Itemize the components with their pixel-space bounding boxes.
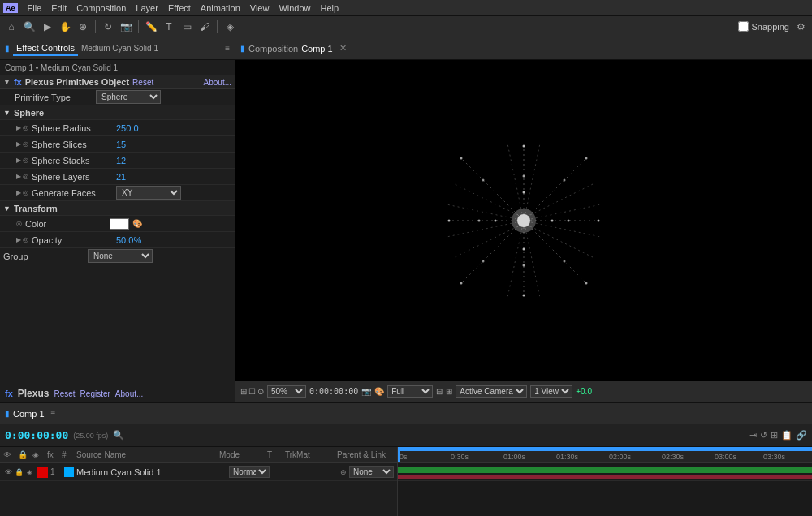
- rotate-tool[interactable]: ↻: [100, 19, 116, 35]
- layer-lock-icon[interactable]: 🔒: [14, 467, 24, 477]
- svg-point-23: [523, 294, 525, 296]
- primitive-type-select[interactable]: Sphere: [96, 90, 161, 104]
- brush-tool[interactable]: 🖌: [197, 19, 213, 35]
- effect-expand-triangle[interactable]: ▼: [3, 78, 11, 86]
- timeline-playhead[interactable]: [398, 447, 400, 462]
- sphere-slices-stopwatch[interactable]: ◎: [23, 140, 28, 148]
- layer-eye-icon[interactable]: 👁: [3, 467, 13, 477]
- timeline-tool-1[interactable]: ⇥: [749, 430, 757, 441]
- opacity-value[interactable]: 50.0%: [116, 235, 141, 245]
- layer-color-box[interactable]: [64, 467, 74, 477]
- sphere-slices-value[interactable]: 15: [116, 140, 126, 149]
- sphere-radius-triangle[interactable]: ▶: [16, 124, 21, 131]
- plexus-register-btn[interactable]: Register: [80, 389, 110, 398]
- menu-effect[interactable]: Effect: [163, 2, 196, 15]
- zoom-select[interactable]: 50% 100% 25%: [267, 385, 306, 398]
- select-tool[interactable]: ▶: [39, 19, 55, 35]
- menu-animation[interactable]: Animation: [196, 2, 245, 15]
- home-tool[interactable]: ⌂: [3, 19, 19, 35]
- search-tool[interactable]: 🔍: [21, 19, 37, 35]
- color-picker-icon[interactable]: 🎨: [132, 219, 142, 228]
- svg-line-17: [508, 228, 522, 298]
- opacity-triangle[interactable]: ▶: [16, 236, 21, 243]
- snapping-checkbox[interactable]: [738, 21, 749, 32]
- plexus-reset-btn[interactable]: Reset: [54, 389, 75, 398]
- always-preview-icon[interactable]: ⊞: [240, 387, 247, 396]
- menu-edit[interactable]: Edit: [46, 2, 71, 15]
- sphere-section[interactable]: ▼ Sphere: [0, 105, 235, 120]
- layer-name[interactable]: Medium Cyan Solid 1: [76, 467, 227, 477]
- effect-controls-tab[interactable]: Effect Controls: [13, 41, 78, 56]
- work-area-bar: [398, 447, 812, 451]
- color-stopwatch[interactable]: ◎: [16, 220, 22, 227]
- generate-faces-label: Generate Faces: [32, 188, 113, 198]
- move-tool[interactable]: ✋: [57, 19, 73, 35]
- region-of-interest[interactable]: ⊟: [436, 387, 443, 396]
- sphere-stacks-stopwatch[interactable]: ◎: [23, 157, 28, 164]
- generate-faces-select[interactable]: XY XZ YZ: [116, 186, 181, 200]
- plexus-about-btn[interactable]: About...: [115, 389, 143, 398]
- layer-mode-select[interactable]: Norma Add Screen: [229, 466, 270, 478]
- menu-window[interactable]: Window: [274, 2, 315, 15]
- opacity-stopwatch[interactable]: ◎: [23, 236, 28, 243]
- sphere-stacks-triangle[interactable]: ▶: [16, 157, 21, 164]
- sphere-layers-stopwatch[interactable]: ◎: [23, 173, 28, 180]
- sphere-stacks-value[interactable]: 12: [116, 156, 126, 166]
- timeline-tool-3[interactable]: ⊞: [771, 430, 778, 441]
- color-swatch[interactable]: [110, 218, 129, 230]
- timecode-display[interactable]: 0:00:00:00: [309, 387, 358, 396]
- transform-section[interactable]: ▼ Transform: [0, 201, 235, 216]
- fps-display: (25.00 fps): [73, 432, 108, 440]
- quality-select[interactable]: Full Half Quarter: [387, 385, 433, 398]
- color-manage-btn[interactable]: 🎨: [374, 387, 384, 396]
- menu-view[interactable]: View: [245, 2, 274, 15]
- comp-panel-header: ▮ Composition Comp 1 ✕: [235, 37, 812, 60]
- motion-blur-icon[interactable]: ⊙: [257, 387, 264, 396]
- timeline-tool-2[interactable]: ↺: [760, 430, 767, 441]
- comp-name-tab[interactable]: Comp 1: [301, 44, 333, 54]
- sphere-radius-label: Sphere Radius: [32, 123, 113, 133]
- views-count-select[interactable]: 1 View: [530, 385, 572, 398]
- timeline-tool-4[interactable]: 📋: [781, 430, 793, 441]
- layer-parent-select[interactable]: None: [349, 466, 394, 478]
- zoom-tool[interactable]: ⊕: [75, 19, 91, 35]
- sphere-radius-value[interactable]: 250.0: [116, 123, 139, 133]
- svg-line-13: [455, 184, 518, 215]
- sphere-radius-stopwatch[interactable]: ◎: [23, 124, 28, 131]
- search-timeline-icon[interactable]: 🔍: [113, 430, 124, 441]
- layer-solo-icon[interactable]: ◈: [24, 467, 34, 477]
- menu-file[interactable]: File: [23, 2, 47, 15]
- group-select[interactable]: None: [88, 249, 153, 263]
- ruler-mark-2: 01:00s: [503, 453, 525, 461]
- layer-vis-icons: 👁 🔒 ◈: [3, 467, 34, 477]
- puppet-tool[interactable]: ◈: [222, 19, 238, 35]
- shape-tool[interactable]: ▭: [179, 19, 195, 35]
- sphere-layers-triangle[interactable]: ▶: [16, 173, 21, 180]
- text-tool[interactable]: T: [161, 19, 177, 35]
- generate-faces-triangle[interactable]: ▶: [16, 189, 21, 196]
- svg-line-15: [508, 144, 522, 213]
- time-display[interactable]: 0:00:00:00: [5, 429, 68, 441]
- sphere-layers-value[interactable]: 21: [116, 172, 126, 182]
- timeline-menu[interactable]: ≡: [51, 409, 56, 418]
- effect-about-btn[interactable]: About...: [204, 78, 231, 87]
- view-select[interactable]: Active Camera: [456, 385, 527, 398]
- comp-tab-close[interactable]: ✕: [339, 43, 347, 54]
- menu-layer[interactable]: Layer: [131, 2, 163, 15]
- camera-tool[interactable]: 📷: [118, 19, 134, 35]
- transparency-grid[interactable]: ⊞: [446, 387, 452, 396]
- preview-quality-icon[interactable]: ☐: [248, 387, 256, 396]
- panel-close-btn[interactable]: ≡: [225, 44, 230, 53]
- effect-controls-panel: ▮ Effect Controls Medium Cyan Solid 1 ≡ …: [0, 37, 235, 402]
- reset-exposure-btn[interactable]: +0.0: [576, 387, 592, 396]
- generate-faces-stopwatch[interactable]: ◎: [23, 189, 28, 196]
- timeline-tool-5[interactable]: 🔗: [796, 430, 807, 441]
- sphere-slices-triangle[interactable]: ▶: [16, 140, 21, 148]
- menu-composition[interactable]: Composition: [71, 2, 131, 15]
- snap-settings[interactable]: ⚙: [793, 19, 809, 35]
- pen-tool[interactable]: ✏️: [143, 19, 159, 35]
- effect-reset-btn[interactable]: Reset: [132, 78, 153, 87]
- snapshot-btn[interactable]: 📷: [361, 387, 371, 396]
- menu-help[interactable]: Help: [316, 2, 344, 15]
- color-label: Color: [25, 219, 106, 229]
